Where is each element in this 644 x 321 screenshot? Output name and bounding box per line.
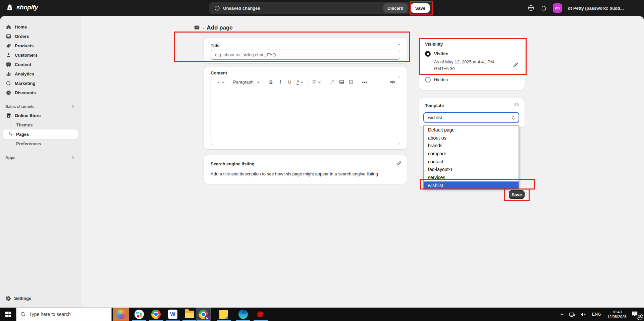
underline-button[interactable]: U [286, 78, 294, 87]
magic-sparkle-icon[interactable] [396, 42, 401, 47]
sidebar-item-label: Online Store [15, 113, 41, 118]
volume-icon[interactable] [578, 308, 589, 321]
sidebar-item-label: Customers [15, 53, 38, 58]
system-tray: ENG 16:43 12/05/2025 38 [557, 308, 644, 321]
taskbar-copilot-icon[interactable] [113, 308, 129, 321]
insert-image-button[interactable] [337, 78, 345, 87]
user-avatar[interactable]: db [553, 3, 562, 13]
editor-body[interactable] [211, 88, 400, 145]
sidebar-item-marketing[interactable]: Marketing [3, 78, 78, 88]
sidebar-item-orders[interactable]: Orders [3, 32, 78, 41]
template-option-brands[interactable]: brands [424, 142, 519, 150]
code-view-button[interactable]: </> [388, 78, 396, 87]
visibility-card: Visibility Visible As of May 12, 2025 at… [419, 36, 525, 90]
search-icon [20, 312, 26, 317]
image-icon [339, 79, 344, 85]
taskbar-red-app-icon[interactable] [253, 308, 268, 321]
tray-date: 12/05/2025 [607, 314, 627, 319]
sidekick-icon[interactable] [527, 4, 535, 12]
template-option-faq-layout-1[interactable]: faq-layout-1 [424, 165, 519, 173]
template-select[interactable]: wishlist [423, 112, 519, 123]
sidebar-item-analytics[interactable]: Analytics [3, 69, 78, 78]
sales-channels-header[interactable]: Sales channels [3, 103, 78, 111]
taskbar-word-icon[interactable]: W [165, 308, 180, 321]
sidebar-item-settings[interactable]: Settings [3, 293, 78, 303]
screen: S shopify Unsaved changes Discard Save d… [0, 0, 644, 321]
sidebar-item-content[interactable]: Content [3, 60, 78, 69]
ai-sparkle-button[interactable] [214, 78, 226, 87]
tray-chevron-up-icon[interactable] [557, 308, 567, 321]
taskbar-file-explorer-icon[interactable] [182, 308, 197, 321]
media-icon [5, 61, 12, 68]
save-button-top[interactable]: Save [411, 3, 430, 13]
link-button[interactable] [328, 78, 336, 87]
network-icon[interactable] [567, 308, 578, 321]
notification-count-badge: 38 [637, 314, 643, 320]
visible-radio[interactable] [425, 51, 431, 57]
sidebar-item-themes[interactable]: Themes [3, 120, 78, 129]
chevron-right-icon [71, 156, 75, 160]
taskbar-search-input[interactable] [29, 312, 103, 317]
unsaved-changes-text: Unsaved changes [223, 6, 260, 11]
title-card: Title [204, 38, 407, 63]
italic-button[interactable]: I [276, 78, 284, 87]
pages-breadcrumb-icon[interactable] [194, 25, 200, 31]
action-center-icon[interactable]: 38 [629, 308, 644, 321]
hidden-radio[interactable] [425, 77, 431, 83]
text-color-button[interactable]: A [295, 78, 305, 87]
template-option-services[interactable]: services [424, 173, 519, 181]
breadcrumb: › Add page [194, 24, 233, 31]
template-option-default-page[interactable]: Default page [424, 126, 519, 134]
sidebar-item-label: Discounts [15, 90, 36, 95]
shopify-logo[interactable]: S shopify [6, 3, 38, 11]
sidebar-item-online-store[interactable]: Online Store [3, 111, 78, 120]
save-button-bottom[interactable]: Save [509, 190, 525, 199]
more-tools-button[interactable]: ••• [361, 78, 369, 87]
home-icon [5, 24, 12, 30]
sidebar-item-home[interactable]: Home [3, 22, 78, 32]
topbar-right-cluster: db dt Petty (password: budd... [527, 0, 624, 16]
paragraph-style-button[interactable]: Paragraph [232, 78, 261, 87]
template-option-compare[interactable]: compare [424, 150, 519, 158]
bold-button[interactable]: B [267, 78, 275, 87]
sidebar-item-pages[interactable]: Pages [3, 129, 78, 139]
chevron-right-icon [71, 105, 75, 109]
rich-text-editor[interactable]: Paragraph B I U A [211, 76, 400, 145]
align-left-icon [312, 80, 317, 85]
chevron-down-icon [318, 81, 321, 84]
language-indicator[interactable]: ENG [589, 312, 605, 317]
sidebar-item-customers[interactable]: Customers [3, 50, 78, 60]
sidebar-item-products[interactable]: Products [3, 41, 78, 50]
unsaved-changes-banner: Unsaved changes Discard Save [209, 2, 433, 14]
taskbar-chrome-profile-icon[interactable]: D [196, 308, 211, 321]
shopify-bag-icon: S [6, 3, 14, 11]
apps-header[interactable]: Apps [3, 154, 78, 162]
play-circle-icon [348, 79, 354, 85]
taskbar-chrome-icon[interactable] [148, 308, 164, 321]
storefront-icon [5, 112, 12, 119]
sidebar-item-preferences[interactable]: Preferences [3, 139, 78, 148]
template-option-contact[interactable]: contact [424, 158, 519, 166]
user-name[interactable]: dt Petty (password: budd... [568, 6, 624, 11]
start-button[interactable] [0, 308, 16, 321]
alignment-button[interactable] [311, 78, 322, 87]
tray-clock[interactable]: 16:43 12/05/2025 [604, 310, 629, 319]
taskbar-slack-icon[interactable] [131, 308, 147, 321]
title-input[interactable] [211, 50, 400, 60]
sidebar-item-label: Home [15, 24, 27, 30]
template-option-wishlist[interactable]: wishlist [424, 181, 519, 190]
edit-pencil-icon[interactable] [396, 161, 401, 166]
discard-button[interactable]: Discard [383, 3, 408, 13]
taskbar-search[interactable] [16, 308, 112, 321]
page-title: Add page [207, 24, 232, 31]
sidebar-item-discounts[interactable]: Discounts [3, 88, 78, 97]
edit-visibility-pencil-icon[interactable] [513, 62, 519, 67]
taskbar-edge-icon[interactable] [235, 308, 251, 321]
insert-video-button[interactable] [347, 78, 355, 87]
taskbar-sticky-notes-icon[interactable] [216, 308, 231, 321]
shopify-topbar: S shopify Unsaved changes Discard Save d… [0, 0, 644, 16]
template-option-about-us[interactable]: about-us [424, 134, 519, 142]
search-engine-listing-card: Search engine listing Add a title and de… [204, 155, 407, 184]
notifications-bell-icon[interactable] [540, 5, 547, 11]
preview-eye-icon[interactable] [514, 102, 519, 107]
